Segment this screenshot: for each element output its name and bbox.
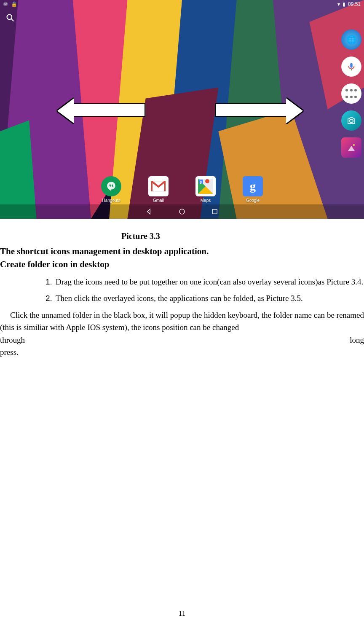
status-bar: ✉ 🔒 ▾ ▮ 09:51 xyxy=(0,0,364,8)
browser-icon[interactable]: 🌐 xyxy=(341,30,361,50)
list-item: 1. Drag the icons need to be put togethe… xyxy=(56,276,364,288)
svg-rect-2 xyxy=(350,63,353,68)
swipe-right-arrow xyxy=(215,103,289,117)
list-marker: 1. xyxy=(46,276,52,288)
svg-point-0 xyxy=(7,15,12,20)
svg-text:g: g xyxy=(200,180,202,184)
battery-icon: ▮ xyxy=(343,1,345,7)
dock-hangouts[interactable]: Hangouts xyxy=(101,176,121,203)
side-apps: 🌐 xyxy=(341,30,361,158)
navigation-bar xyxy=(0,204,364,219)
svg-marker-5 xyxy=(348,146,355,151)
app-drawer-icon[interactable] xyxy=(341,83,361,104)
list-item: 2. Then click the overlayed icons, the a… xyxy=(56,292,364,304)
android-home-screenshot: ✉ 🔒 ▾ ▮ 09:51 🌐 xyxy=(0,0,364,219)
search-icon[interactable] xyxy=(6,13,14,22)
paragraph-text: through long xyxy=(0,334,364,346)
list-marker: 2. xyxy=(46,292,52,304)
gallery-icon[interactable] xyxy=(341,137,361,158)
svg-point-6 xyxy=(353,144,355,146)
lock-icon: 🔒 xyxy=(11,1,17,7)
swipe-left-arrow xyxy=(72,103,145,117)
svg-point-4 xyxy=(350,119,353,123)
svg-point-11 xyxy=(179,209,185,214)
wifi-icon: ▾ xyxy=(337,1,340,7)
svg-line-1 xyxy=(11,19,14,21)
svg-rect-12 xyxy=(213,209,217,214)
camera-icon[interactable] xyxy=(341,110,361,131)
paragraph-text: press. xyxy=(0,346,364,358)
dock-maps[interactable]: g Maps xyxy=(195,176,216,203)
mail-icon: ✉ xyxy=(3,1,8,7)
page-number: 11 xyxy=(0,609,364,618)
dock-google[interactable]: g Google xyxy=(243,176,263,203)
dock-label: Maps xyxy=(201,198,211,203)
instruction-list: 1. Drag the icons need to be put togethe… xyxy=(0,276,364,305)
dock-gmail[interactable]: Gmail xyxy=(148,176,169,203)
recents-button[interactable] xyxy=(211,208,219,215)
paragraph-text: Click the unnamed folder in the black bo… xyxy=(0,309,364,334)
google-icon: g xyxy=(243,176,263,196)
list-text: Then click the overlayed icons, the appl… xyxy=(56,294,303,303)
dock-label: Google xyxy=(246,198,260,203)
maps-icon: g xyxy=(195,176,216,196)
back-button[interactable] xyxy=(145,208,153,215)
home-button[interactable] xyxy=(178,208,186,215)
voice-search-icon[interactable] xyxy=(341,56,361,77)
clock-text: 09:51 xyxy=(348,1,361,7)
subsection-heading: Create folder icon in desktop xyxy=(0,259,364,270)
gmail-icon xyxy=(148,176,169,196)
dock-label: Hangouts xyxy=(102,198,120,203)
dock: Hangouts Gmail g Maps g Google xyxy=(0,176,364,203)
section-heading: The shortcut icons management in desktop… xyxy=(0,246,364,257)
dock-label: Gmail xyxy=(153,198,164,203)
hangouts-icon xyxy=(101,176,121,196)
list-text: Drag the icons need to be put together o… xyxy=(56,277,363,286)
figure-caption: Picture 3.3 xyxy=(0,231,364,241)
